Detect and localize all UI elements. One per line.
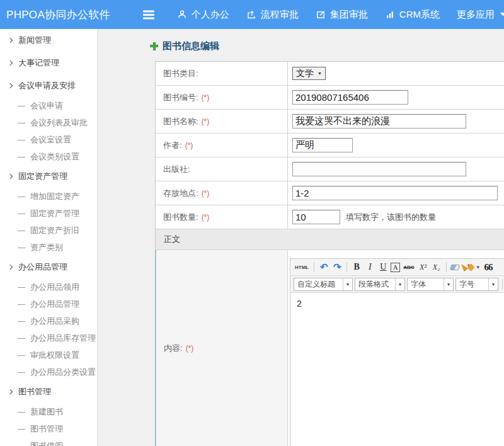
nav-item-label: 个人办公 — [192, 9, 229, 21]
editor-content[interactable]: 2 — [290, 293, 504, 446]
bold-button[interactable]: B — [351, 261, 362, 273]
dash-bullet-icon: — — [18, 408, 25, 416]
html-source-button[interactable]: HTML — [294, 261, 310, 273]
toolbar-separator — [502, 279, 503, 289]
redo-icon[interactable]: ↷ — [331, 261, 343, 273]
flow-approval-icon — [246, 9, 256, 20]
sidebar-item-label: 增加固定资产 — [30, 191, 79, 202]
superscript-button[interactable]: X² — [418, 261, 429, 273]
eraser-icon[interactable] — [450, 265, 460, 270]
form-row: 图书编号: (*) — [156, 86, 504, 110]
dash-bullet-icon: — — [18, 135, 25, 144]
subscript-button[interactable]: X₂ — [431, 261, 442, 273]
section-title: 正文 — [164, 234, 180, 245]
sidebar-sub-item[interactable]: —固定资产管理 — [0, 205, 97, 222]
nav-item-more-apps[interactable]: 更多应用 — [457, 9, 504, 21]
sidebar-group-item[interactable]: 办公用品管理 — [0, 256, 97, 278]
menu-toggle-button[interactable] — [143, 8, 154, 21]
sidebar-sub-item[interactable]: —会议室设置 — [0, 131, 97, 148]
form-row: 作者: (*) — [156, 134, 504, 157]
editor-dropdown-font-size[interactable]: 字号▾ — [455, 278, 498, 291]
nav-item-group-approval[interactable]: 集团审批 — [316, 9, 368, 21]
nav-item-crm-system[interactable]: CRM系统 — [385, 9, 440, 21]
sidebar-group-item[interactable]: 图书管理 — [0, 380, 97, 403]
nav-item-label: 更多应用 — [457, 9, 495, 21]
caret-down-icon: ▾ — [343, 278, 352, 290]
sidebar-group-item[interactable]: 固定资产管理 — [0, 165, 97, 188]
field-label: 图书编号: — [163, 92, 198, 103]
field-label: 作者: — [163, 140, 182, 151]
underline-button[interactable]: U — [377, 261, 389, 273]
field-label-cell: 出版社: — [156, 157, 288, 181]
dash-bullet-icon: — — [18, 118, 25, 127]
location-input[interactable] — [292, 186, 498, 200]
main-content: 图书信息编辑 图书类目: 文学 ▼ 图书编号: (*) — [98, 29, 504, 446]
field-input-cell — [288, 110, 504, 133]
undo-icon[interactable]: ↶ — [318, 261, 329, 273]
sidebar-item-label: 图书管理 — [30, 423, 63, 435]
author-input[interactable] — [292, 138, 353, 152]
chevron-right-icon — [8, 38, 13, 43]
book-number-input[interactable] — [292, 90, 408, 105]
sidebar-sub-item[interactable]: —办公用品领用 — [0, 278, 97, 295]
blockquote-icon[interactable]: 66 — [483, 261, 494, 273]
group-approval-icon — [316, 9, 326, 20]
sidebar-sub-item[interactable]: —会议申请 — [0, 97, 97, 114]
dash-bullet-icon: — — [18, 226, 25, 235]
italic-button[interactable]: I — [364, 261, 375, 273]
field-label: 内容: — [164, 343, 183, 354]
field-input-cell: 文学 ▼ — [288, 62, 504, 85]
form-row: 出版社: — [156, 157, 504, 181]
book-category-select[interactable]: 文学 ▼ — [292, 67, 326, 80]
field-label: 存放地点: — [163, 188, 198, 199]
quantity-input[interactable] — [292, 210, 340, 224]
sidebar-group-item[interactable]: 大事记管理 — [0, 52, 97, 74]
sidebar-sub-item[interactable]: —办公用品库存管理 — [0, 329, 97, 346]
top-header: PHPOA协同办公软件 个人办公流程审批集团审批CRM系统更多应用 — [0, 0, 504, 29]
book-edit-form: 图书类目: 文学 ▼ 图书编号: (*) 图书名称: (*) — [155, 61, 504, 446]
sidebar-sub-item[interactable]: —资产类别 — [0, 239, 97, 256]
sidebar-item-label: 会议列表及审批 — [30, 117, 88, 129]
editor-dropdown-paragraph-format[interactable]: 段落格式▾ — [355, 278, 405, 291]
nav-item-label: CRM系统 — [399, 9, 440, 21]
dash-bullet-icon: — — [18, 283, 25, 292]
sidebar-group-item[interactable]: 会议申请及安排 — [0, 74, 97, 97]
sidebar-item-label: 会议申请及安排 — [18, 80, 76, 91]
sidebar-sub-item[interactable]: —办公用品分类设置 — [0, 363, 97, 380]
sidebar-sub-item[interactable]: —图书管理 — [0, 420, 97, 437]
dash-bullet-icon: — — [18, 192, 25, 201]
chevron-right-icon — [8, 83, 13, 88]
sidebar-sub-item[interactable]: —图书借阅 — [0, 437, 97, 446]
field-label: 出版社: — [163, 164, 190, 175]
user-icon — [177, 9, 187, 20]
sidebar-sub-item[interactable]: —会议列表及审批 — [0, 114, 97, 131]
sidebar-item-label: 审批权限设置 — [30, 350, 79, 361]
book-name-input[interactable] — [292, 114, 466, 129]
publisher-input[interactable] — [292, 162, 466, 176]
sidebar-item-label: 资产类别 — [30, 242, 63, 253]
font-color-button[interactable]: A — [391, 263, 400, 272]
strikethrough-button[interactable]: ABC — [402, 261, 415, 273]
sidebar-sub-item[interactable]: —新建图书 — [0, 403, 97, 420]
editor-dropdown-custom-title[interactable]: 自定义标题▾ — [294, 278, 353, 291]
nav-item-personal-office[interactable]: 个人办公 — [177, 9, 229, 21]
field-input-cell — [288, 157, 504, 181]
sidebar-sub-item[interactable]: —办公用品采购 — [0, 312, 97, 329]
editor-dropdown-font-family[interactable]: 字体▾ — [407, 278, 454, 291]
broom-icon[interactable] — [459, 263, 468, 272]
nav-item-workflow-approval[interactable]: 流程审批 — [246, 9, 299, 21]
sidebar-sub-item[interactable]: —办公用品管理 — [0, 295, 97, 312]
caret-down-icon: ▾ — [488, 278, 498, 290]
format-painter-icon[interactable] — [467, 263, 475, 272]
field-input-cell — [288, 181, 504, 205]
sidebar-sub-item[interactable]: —固定资产折旧 — [0, 222, 97, 239]
sidebar-sub-item[interactable]: —增加固定资产 — [0, 188, 97, 205]
required-mark: (*) — [186, 344, 194, 353]
sidebar-sub-item[interactable]: —审批权限设置 — [0, 346, 97, 363]
field-label: 图书名称: — [163, 116, 198, 127]
sidebar-sub-item[interactable]: —会议类别设置 — [0, 148, 97, 165]
sidebar-group-item[interactable]: 新闻管理 — [0, 29, 97, 52]
caret-down-icon[interactable]: ▾ — [476, 261, 481, 273]
sidebar-item-label: 会议类别设置 — [30, 151, 79, 163]
add-icon — [150, 42, 158, 50]
